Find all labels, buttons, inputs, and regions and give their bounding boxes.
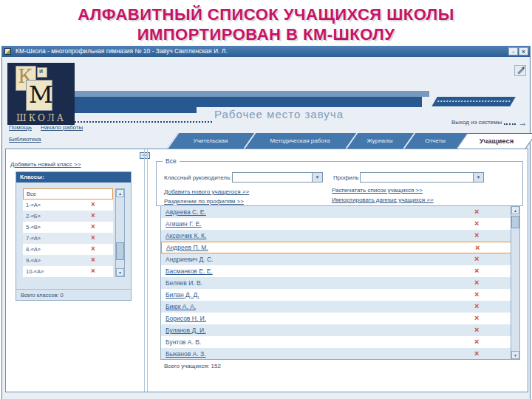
class-item[interactable]: 7-«А» × — [23, 233, 113, 244]
delete-student-icon[interactable]: × — [474, 302, 479, 310]
edit-button[interactable] — [514, 65, 526, 76]
logout-dots — [504, 120, 516, 125]
print-list-link[interactable]: Распечатать список учащихся >> — [332, 187, 423, 194]
class-item[interactable]: 1-«А» × — [23, 200, 113, 211]
student-row[interactable]: Басманков Е. Е. × — [161, 265, 519, 277]
tab-teachers-room[interactable]: Учительская — [172, 133, 249, 149]
app-icon — [4, 48, 11, 55]
student-row[interactable]: Аксенчик К. К. × — [161, 230, 519, 242]
minimize-button[interactable]: - — [508, 47, 518, 55]
delete-student-icon[interactable]: × — [474, 279, 479, 286]
student-row[interactable]: Авдеева С. Е. × — [161, 206, 519, 218]
delete-student-icon[interactable]: × — [475, 244, 480, 251]
student-name: Бунтов А. В. — [166, 338, 201, 346]
scrollbar-thumb[interactable] — [511, 216, 519, 228]
delete-student-icon[interactable]: × — [474, 338, 479, 345]
content-area: Добавить новый класс >> Классы: Все 1-«А… — [5, 149, 528, 392]
tab-reports[interactable]: Отчеты — [409, 133, 462, 149]
library-link[interactable]: Библиотека — [9, 136, 41, 143]
delete-student-icon[interactable]: × — [474, 219, 479, 227]
dropdown-arrow-icon[interactable]: ▼ — [312, 173, 322, 182]
student-row[interactable]: Андриевич Д. С. × — [161, 253, 519, 265]
tab-methodical-work[interactable]: Методическая работа — [249, 133, 351, 149]
delete-student-icon[interactable]: × — [474, 349, 479, 357]
pencil-icon — [517, 68, 523, 74]
student-row-selected[interactable]: Андреев П. М. × — [161, 242, 519, 253]
class-item-all[interactable]: Все — [23, 188, 113, 200]
tab-students[interactable]: Учащиеся — [462, 133, 531, 149]
help-link[interactable]: Помощь — [9, 124, 32, 131]
student-list: Авдеева С. Е. × Агишин Г. Е. × Аксенчик … — [160, 205, 520, 360]
class-item[interactable]: 9-«А» × — [23, 255, 113, 266]
student-name-link[interactable]: Быканов А. З. — [166, 350, 206, 358]
workplace-title: Рабочее место завуча — [214, 108, 344, 120]
student-row[interactable]: Борисов Н. И. × — [161, 313, 519, 324]
logo-tile-m: М — [27, 81, 52, 110]
student-name-link[interactable]: Буланов Д. И. — [166, 327, 205, 334]
start-work-link[interactable]: Начало работы — [41, 124, 83, 131]
student-name-link[interactable]: Авдеева С. Е. — [166, 208, 206, 216]
tab-journals[interactable]: Журналы — [351, 133, 409, 149]
classes-panel-header: Классы: — [16, 172, 131, 183]
tab-bar: Учительская Методическая работа Журналы … — [172, 133, 531, 149]
dotted-divider — [75, 117, 212, 123]
delete-student-icon[interactable]: × — [474, 208, 479, 215]
scroll-up-button[interactable]: ▲ — [116, 189, 124, 197]
delete-class-icon[interactable]: × — [91, 234, 95, 242]
profile-select[interactable]: ▼ — [360, 172, 484, 183]
teacher-select[interactable]: ▼ — [232, 172, 323, 183]
student-name: Андриевич Д. С. — [166, 256, 214, 263]
scroll-down-button[interactable]: ▼ — [511, 351, 519, 359]
student-name: Беляев И. В. — [166, 279, 202, 287]
student-name-link[interactable]: Андреев П. М. — [166, 244, 208, 251]
class-item[interactable]: 8-«А» × — [23, 244, 113, 255]
student-row[interactable]: Билан Д. Д. × — [161, 289, 519, 301]
delete-student-icon[interactable]: × — [474, 255, 479, 262]
class-item[interactable]: 2-«Б» × — [23, 211, 113, 222]
add-student-link[interactable]: Добавить нового учащегося >> — [164, 188, 249, 195]
header-stripe — [75, 91, 429, 97]
student-name-link[interactable]: Билан Д. Д. — [166, 291, 200, 299]
student-row[interactable]: Биюк А. А. × — [161, 301, 519, 313]
split-profiles-link[interactable]: Разделение по профилям >> — [164, 198, 244, 205]
add-class-link[interactable]: Добавить новый класс >> — [10, 161, 81, 168]
scroll-up-button[interactable]: ▲ — [511, 206, 519, 214]
delete-class-icon[interactable]: × — [91, 201, 95, 208]
class-list-scrollbar[interactable]: ▲ ▼ — [115, 188, 125, 277]
delete-student-icon[interactable]: × — [474, 267, 479, 274]
student-name-link[interactable]: Агишин Г. Е. — [166, 220, 201, 228]
scroll-down-button[interactable]: ▼ — [116, 268, 124, 276]
delete-class-icon[interactable]: × — [91, 212, 95, 219]
logout-link[interactable]: Выход из системы → — [451, 119, 527, 126]
logout-arrow-icon: → — [518, 120, 527, 126]
delete-class-icon[interactable]: × — [91, 245, 95, 253]
dropdown-arrow-icon[interactable]: ▼ — [473, 173, 483, 182]
delete-student-icon[interactable]: × — [474, 326, 479, 333]
student-list-scrollbar[interactable]: ▲ ▼ — [511, 206, 519, 359]
delete-class-icon[interactable]: × — [91, 267, 95, 275]
class-item[interactable]: 5-«В» × — [23, 222, 113, 233]
slide-title-line2: ИМПОРТИРОВАН В КМ-ШКОЛУ — [0, 24, 532, 44]
close-button[interactable]: x — [519, 47, 528, 55]
import-data-link[interactable]: Импортировать данные учащихся >> — [332, 197, 434, 203]
delete-student-icon[interactable]: × — [474, 314, 479, 321]
student-name-link[interactable]: Биюк А. А. — [166, 303, 196, 310]
class-item[interactable]: 10-«А» × — [23, 266, 113, 277]
student-name-link[interactable]: Борисов Н. И. — [166, 315, 206, 322]
delete-class-icon[interactable]: × — [91, 256, 95, 264]
student-row[interactable]: Агишин Г. Е. × — [161, 218, 519, 230]
slide-title-line1: АЛФАВИТНЫЙ СПИСОК УЧАЩИХСЯ ШКОЛЫ — [0, 4, 532, 24]
profile-label: Профиль : — [333, 174, 362, 181]
student-name-link[interactable]: Аксенчик К. К. — [166, 232, 206, 239]
delete-student-icon[interactable]: × — [474, 231, 479, 239]
student-row[interactable]: Быканов А. З. × — [161, 348, 519, 360]
student-row[interactable]: Беляев И. В. × — [161, 277, 519, 289]
delete-class-icon[interactable]: × — [91, 223, 95, 231]
classes-total: Всего классов: 0 — [16, 289, 131, 300]
student-row[interactable]: Бунтов А. В. × — [161, 336, 519, 348]
student-name-link[interactable]: Басманков Е. Е. — [166, 267, 213, 275]
student-row[interactable]: Буланов Д. И. × — [161, 324, 519, 336]
delete-student-icon[interactable]: × — [474, 290, 479, 298]
scrollbar-thumb[interactable] — [116, 242, 124, 260]
panel-splitter[interactable] — [144, 149, 148, 392]
